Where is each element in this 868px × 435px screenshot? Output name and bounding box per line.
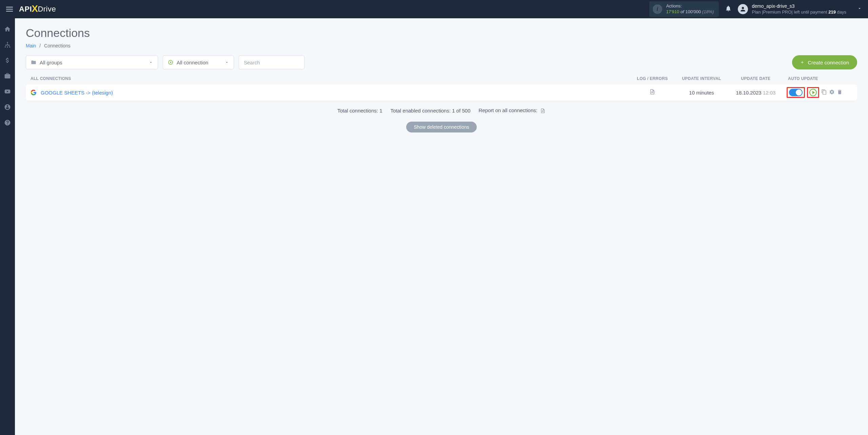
update-interval-value: 10 minutes <box>676 90 727 96</box>
create-connection-button[interactable]: Create connection <box>792 55 857 69</box>
update-date-value: 18.10.2023 12:03 <box>727 90 785 96</box>
search-input-wrapper[interactable] <box>239 55 304 69</box>
sidebar-user-icon[interactable] <box>3 103 12 111</box>
create-connection-label: Create connection <box>808 60 849 65</box>
sidebar-connections-icon[interactable] <box>3 41 12 49</box>
folder-icon <box>31 60 36 65</box>
sidebar-video-icon[interactable] <box>3 87 12 96</box>
breadcrumb-main-link[interactable]: Main <box>26 43 36 48</box>
sidebar-billing-icon[interactable] <box>3 56 12 64</box>
connection-name-link[interactable]: GOOGLE SHEETS -> (telesign) <box>41 90 113 96</box>
main-content: Connections Main / Connections All group… <box>15 18 868 435</box>
header-all-connections: ALL CONNECTIONS <box>31 76 629 81</box>
page-title: Connections <box>26 26 857 40</box>
document-icon <box>539 107 546 113</box>
total-enabled: Total enabled connections: 1 of 500 <box>390 108 470 113</box>
info-icon: i <box>653 4 662 14</box>
search-input[interactable] <box>244 60 299 65</box>
bell-icon[interactable] <box>725 5 732 13</box>
actions-count: 17'910 <box>666 9 679 14</box>
header-update-date: UPDATE DATE <box>727 76 785 81</box>
sidebar-home-icon[interactable] <box>3 25 12 33</box>
play-circle-icon <box>168 60 173 65</box>
plan-info: Plan |Premium PRO| left until payment 21… <box>752 9 846 15</box>
sidebar <box>0 18 15 435</box>
sidebar-help-icon[interactable] <box>3 119 12 127</box>
table-header: ALL CONNECTIONS LOG / ERRORS UPDATE INTE… <box>26 76 857 84</box>
document-icon <box>649 89 655 95</box>
delete-button[interactable] <box>837 89 843 96</box>
actions-counter[interactable]: i Actions: 17'910 of 100'000 (18%) <box>649 1 719 17</box>
username: demo_apix-drive_s3 <box>752 3 846 9</box>
google-icon <box>31 89 37 96</box>
chevron-down-icon <box>149 60 153 65</box>
actions-label: Actions: <box>666 3 714 9</box>
auto-update-toggle[interactable] <box>789 89 803 96</box>
logo[interactable]: APIXDrive <box>19 4 56 15</box>
connection-filter-label: All connection <box>177 60 208 65</box>
header-auto-update: AUTO UPDATE <box>785 76 852 81</box>
copy-button[interactable] <box>821 89 827 96</box>
plus-icon <box>800 60 804 64</box>
log-errors-button[interactable] <box>629 89 676 96</box>
header-log-errors: LOG / ERRORS <box>629 76 676 81</box>
user-menu[interactable]: demo_apix-drive_s3 Plan |Premium PRO| le… <box>738 3 862 15</box>
filters-row: All groups All connection Create connect… <box>26 55 857 69</box>
groups-label: All groups <box>40 60 62 65</box>
highlight-play <box>807 87 819 98</box>
header-update-interval: UPDATE INTERVAL <box>676 76 727 81</box>
total-connections: Total connections: 1 <box>337 108 382 113</box>
avatar-icon <box>738 4 748 14</box>
summary-row: Total connections: 1 Total enabled conne… <box>26 107 857 113</box>
groups-dropdown[interactable]: All groups <box>26 55 158 69</box>
chevron-down-icon <box>225 60 229 65</box>
report-link[interactable]: Report on all connections: <box>479 107 546 113</box>
connection-row: GOOGLE SHEETS -> (telesign) 10 minutes 1… <box>26 84 857 101</box>
run-now-button[interactable] <box>809 89 817 96</box>
connection-filter-dropdown[interactable]: All connection <box>163 55 234 69</box>
breadcrumb-current: Connections <box>44 43 71 48</box>
chevron-down-icon <box>850 6 862 12</box>
svg-marker-1 <box>170 61 172 63</box>
settings-button[interactable] <box>829 89 835 96</box>
highlight-toggle <box>787 87 805 98</box>
hamburger-menu-icon[interactable] <box>6 7 13 12</box>
topbar: APIXDrive i Actions: 17'910 of 100'000 (… <box>0 0 868 18</box>
show-deleted-button[interactable]: Show deleted connections <box>406 122 476 132</box>
breadcrumb: Main / Connections <box>26 43 857 48</box>
sidebar-briefcase-icon[interactable] <box>3 72 12 80</box>
